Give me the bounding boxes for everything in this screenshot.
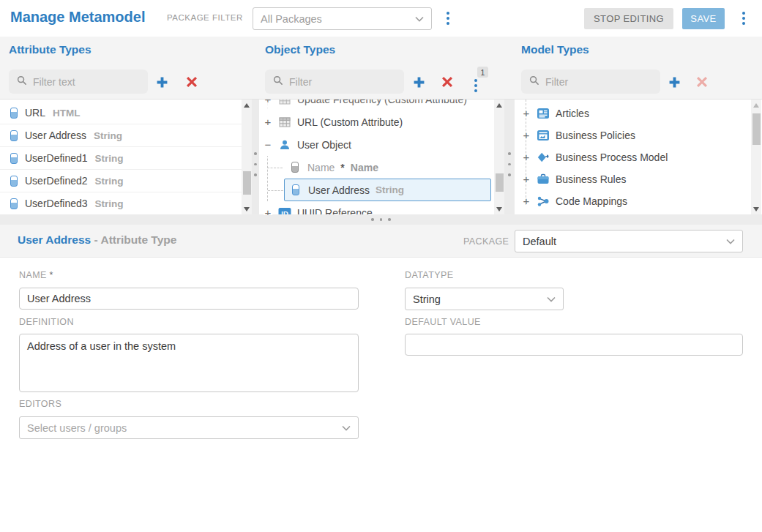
attribute-icon: [288, 162, 302, 173]
tree-row[interactable]: + Business Process Model: [515, 146, 751, 168]
expand-toggle[interactable]: +: [522, 153, 531, 162]
default-value-field[interactable]: [405, 334, 743, 356]
scroll-down-arrow[interactable]: [496, 207, 502, 211]
attribute-name: User Address: [25, 130, 86, 141]
attribute-icon: [10, 108, 18, 119]
expand-toggle[interactable]: +: [522, 197, 531, 206]
scroll-thumb[interactable]: [243, 171, 251, 195]
collapse-toggle[interactable]: −: [264, 141, 272, 149]
save-button[interactable]: SAVE: [682, 8, 725, 29]
tree-row[interactable]: Name * Name: [284, 156, 494, 179]
tree-row-label: Business Rules: [556, 173, 627, 185]
attribute-filter-field[interactable]: [9, 70, 148, 94]
tree-row[interactable]: + Articles: [515, 102, 751, 124]
expand-toggle[interactable]: +: [522, 109, 531, 118]
tree-row[interactable]: + Business Policies: [515, 124, 751, 146]
chevron-down-icon: [342, 425, 351, 431]
expand-toggle[interactable]: +: [264, 100, 272, 104]
datatype-label: DATATYPE: [405, 270, 453, 280]
metamodel-panels: Attribute Types Object Types Model Types…: [0, 37, 762, 225]
editors-select[interactable]: Select users / groups: [19, 416, 359, 439]
attribute-filter-input[interactable]: [33, 76, 135, 88]
definition-field[interactable]: Address of a user in the system: [19, 334, 359, 392]
package-filter-value: All Packages: [261, 13, 322, 25]
model-types-title: Model Types: [521, 43, 589, 56]
tree-row-label: Business Process Model: [556, 151, 668, 163]
add-model-type-button[interactable]: [665, 73, 683, 91]
attribute-detail-section: User Address - Attribute Type PACKAGE De…: [0, 225, 762, 532]
delete-model-type-button-disabled[interactable]: [693, 73, 711, 91]
person-icon: [278, 139, 291, 151]
toolbar-menu-icon[interactable]: [738, 9, 750, 28]
tree-row[interactable]: + ID UUID Reference: [259, 201, 494, 215]
object-types-menu[interactable]: 1: [470, 72, 482, 95]
scroll-thumb[interactable]: [752, 113, 761, 145]
list-item[interactable]: User Address String: [0, 124, 242, 147]
tree-row-label: User Object: [297, 139, 351, 151]
scroll-up-arrow[interactable]: [244, 103, 250, 108]
expand-toggle[interactable]: +: [522, 131, 531, 140]
list-item[interactable]: URL HTML: [0, 102, 242, 124]
attribute-name: UserDefined2: [25, 175, 88, 187]
expand-toggle[interactable]: +: [264, 209, 272, 216]
scroll-down-arrow[interactable]: [244, 207, 250, 211]
list-item[interactable]: UserDefined3 String: [0, 192, 242, 215]
scroll-up-arrow[interactable]: [496, 103, 502, 108]
datatype-value: String: [413, 293, 441, 305]
scroll-thumb[interactable]: [496, 173, 504, 192]
attribute-datatype: HTML: [53, 108, 81, 119]
stop-editing-button[interactable]: STOP EDITING: [584, 8, 673, 29]
process-diamond-icon: [537, 151, 550, 164]
tree-row-label: User Address: [308, 184, 370, 196]
model-types-tree: + Articles + Business Policies + Busines…: [515, 100, 751, 215]
list-item[interactable]: UserDefined2 String: [0, 170, 242, 192]
tree-row[interactable]: + Update Frequency (Custom Attribute): [259, 100, 494, 110]
package-select[interactable]: Default: [515, 230, 743, 252]
add-object-type-button[interactable]: [410, 73, 427, 91]
panel-splitter-handle[interactable]: [504, 100, 515, 215]
package-filter-select[interactable]: All Packages: [253, 7, 432, 30]
detail-title: User Address - Attribute Type: [18, 233, 176, 247]
attribute-list-scrollbar[interactable]: [242, 100, 252, 215]
expand-toggle[interactable]: +: [522, 175, 531, 184]
object-filter-input[interactable]: [289, 76, 392, 88]
model-filter-field[interactable]: [521, 70, 660, 94]
model-filter-input[interactable]: [545, 76, 648, 88]
tree-row-label: Business Policies: [556, 130, 635, 141]
expand-toggle[interactable]: +: [264, 118, 272, 127]
scroll-down-arrow[interactable]: [753, 207, 759, 211]
delete-attribute-type-button[interactable]: [183, 73, 201, 91]
scroll-up-arrow[interactable]: [753, 103, 759, 108]
delete-object-type-button[interactable]: [438, 73, 456, 91]
tree-row[interactable]: + URL (Custom Attribute): [259, 110, 494, 133]
tree-row[interactable]: + Code Mappings: [515, 190, 751, 212]
package-value: Default: [523, 236, 556, 247]
list-item[interactable]: UserDefined1 String: [0, 147, 242, 170]
tree-row-label: Update Frequency (Custom Attribute): [297, 100, 467, 105]
search-icon: [16, 75, 27, 89]
editors-label: EDITORS: [19, 399, 61, 409]
object-types-tree: + Update Frequency (Custom Attribute) + …: [259, 100, 494, 215]
detail-title-name: User Address: [18, 233, 91, 246]
manage-metamodel-window: Manage Metamodel PACKAGE FILTER All Pack…: [0, 0, 762, 532]
name-field[interactable]: [19, 288, 359, 310]
add-attribute-type-button[interactable]: [153, 73, 171, 91]
table-grid-icon: [278, 100, 291, 105]
chevron-down-icon: [415, 16, 424, 22]
chevron-down-icon: [547, 296, 556, 302]
tree-row-label: URL (Custom Attribute): [297, 116, 403, 128]
model-tree-scrollbar[interactable]: [751, 100, 761, 215]
horizontal-splitter-handle[interactable]: [0, 214, 762, 225]
panel-splitter-handle[interactable]: [252, 100, 259, 215]
attribute-datatype: String: [95, 176, 124, 187]
object-filter-field[interactable]: [265, 70, 404, 94]
tree-row-selected[interactable]: User Address String: [284, 179, 491, 201]
object-tree-scrollbar[interactable]: [494, 100, 504, 215]
datatype-select[interactable]: String: [405, 288, 564, 310]
package-filter-menu-icon[interactable]: [442, 9, 454, 28]
tree-row[interactable]: + Business Rules: [515, 168, 751, 190]
object-types-menu-icon[interactable]: [470, 76, 482, 95]
attribute-name: UserDefined1: [25, 152, 88, 164]
tree-row[interactable]: − User Object: [259, 133, 494, 156]
attribute-icon: [10, 153, 18, 164]
